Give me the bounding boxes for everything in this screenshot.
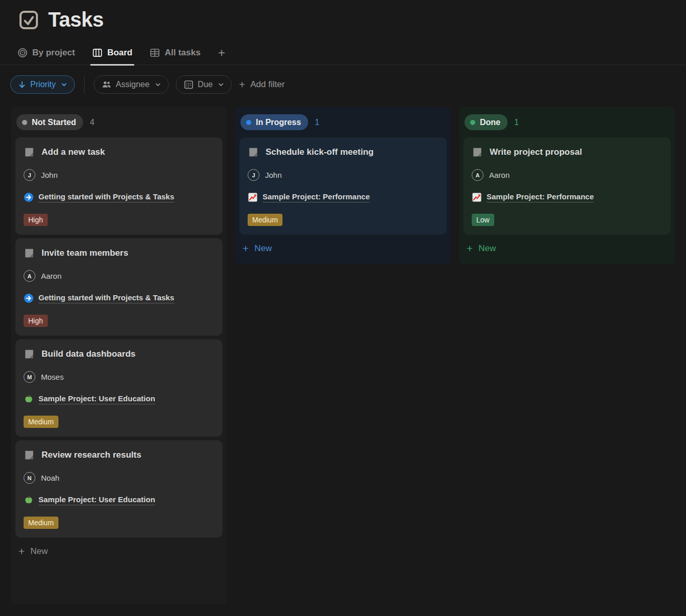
priority-tag: Medium xyxy=(248,214,283,226)
status-pill-done[interactable]: Done xyxy=(465,114,508,130)
project-link[interactable]: Sample Project: User Education xyxy=(38,495,155,505)
page-icon xyxy=(24,348,35,360)
avatar: A xyxy=(24,270,35,282)
tab-label: All tasks xyxy=(165,48,200,58)
priority-tag: Medium xyxy=(24,517,58,529)
priority-tag: High xyxy=(24,214,48,226)
assignee-name: Noah xyxy=(41,474,59,482)
card-title-row: Build data dashboards xyxy=(24,348,214,360)
tab-label: By project xyxy=(32,48,75,58)
filter-label: Assignee xyxy=(116,80,150,89)
project-link[interactable]: Getting started with Projects & Tasks xyxy=(38,192,174,202)
page-icon xyxy=(24,449,35,461)
apple-icon xyxy=(24,495,34,505)
chevron-down-icon xyxy=(155,81,161,88)
assignee-row: JJohn xyxy=(24,169,214,181)
chart-icon xyxy=(248,192,258,202)
project-link[interactable]: Sample Project: User Education xyxy=(38,394,155,404)
status-label: Not Started xyxy=(32,118,76,127)
task-card[interactable]: Invite team membersAAaronGetting started… xyxy=(15,238,223,336)
arrow-circle-icon xyxy=(24,293,34,303)
new-label: New xyxy=(254,243,272,254)
status-dot xyxy=(246,120,251,125)
filter-due-button[interactable]: Due xyxy=(176,75,232,94)
priority-tag: Low xyxy=(472,214,494,226)
task-card[interactable]: Review research resultsNNoahSample Proje… xyxy=(15,440,223,538)
add-filter-button[interactable]: + Add filter xyxy=(239,79,285,90)
card-title: Invite team members xyxy=(42,248,128,258)
status-label: In Progress xyxy=(256,118,301,127)
status-pill-in-progress[interactable]: In Progress xyxy=(240,114,308,130)
assignee-name: John xyxy=(41,171,58,179)
task-card[interactable]: Build data dashboardsMMosesSample Projec… xyxy=(15,339,223,437)
tab-all-tasks[interactable]: All tasks xyxy=(150,48,200,65)
assignee-name: Aaron xyxy=(41,272,62,280)
tab-label: Board xyxy=(107,48,132,58)
new-task-button[interactable]: +New xyxy=(239,238,447,260)
assignee-name: Aaron xyxy=(489,171,510,179)
plus-icon: + xyxy=(18,547,25,556)
status-pill-not-started[interactable]: Not Started xyxy=(16,114,83,130)
project-row: Sample Project: Performance xyxy=(472,192,662,202)
arrow-down-icon xyxy=(18,80,26,89)
card-title-row: Review research results xyxy=(24,449,214,461)
project-row: Getting started with Projects & Tasks xyxy=(24,293,214,303)
card-title-row: Add a new task xyxy=(24,147,214,158)
task-card[interactable]: Schedule kick-off meetingJJohnSample Pro… xyxy=(239,137,447,235)
sort-label: Priority xyxy=(30,80,56,89)
card-title-row: Write project proposal xyxy=(472,147,662,158)
task-card[interactable]: Write project proposalAAaronSample Proje… xyxy=(463,137,671,235)
card-title: Add a new task xyxy=(42,147,105,157)
board-column-in-progress: In Progress1Schedule kick-off meetingJJo… xyxy=(235,107,451,264)
plus-icon: + xyxy=(467,244,473,253)
avatar: N xyxy=(24,472,35,484)
new-task-button[interactable]: +New xyxy=(463,238,671,260)
column-header: Not Started4 xyxy=(15,111,223,137)
column-header: Done1 xyxy=(463,111,671,137)
filter-divider xyxy=(84,76,85,93)
tab-by-project[interactable]: By project xyxy=(17,48,75,65)
chevron-down-icon xyxy=(218,81,224,88)
task-card[interactable]: Add a new taskJJohnGetting started with … xyxy=(15,137,223,235)
new-task-button[interactable]: +New xyxy=(15,541,223,563)
sort-priority-button[interactable]: Priority xyxy=(10,75,75,94)
assignee-name: John xyxy=(265,171,282,179)
project-link[interactable]: Getting started with Projects & Tasks xyxy=(38,293,174,303)
chart-icon xyxy=(472,192,482,202)
tab-board[interactable]: Board xyxy=(92,48,132,65)
page-icon xyxy=(24,248,35,259)
board-icon xyxy=(92,48,103,58)
board-column-not-started: Not Started4Add a new taskJJohnGetting s… xyxy=(11,107,227,604)
calendar-icon xyxy=(184,79,194,90)
project-row: Sample Project: User Education xyxy=(24,394,214,404)
arrow-circle-icon xyxy=(24,192,34,202)
filter-assignee-button[interactable]: Assignee xyxy=(94,75,169,94)
page-title: Tasks xyxy=(48,8,104,31)
project-row: Getting started with Projects & Tasks xyxy=(24,192,214,202)
page-icon xyxy=(248,147,259,158)
apple-icon xyxy=(24,394,34,404)
card-title-row: Schedule kick-off meeting xyxy=(248,147,438,158)
filter-label: Due xyxy=(198,80,213,89)
column-header: In Progress1 xyxy=(239,111,447,137)
assignee-row: JJohn xyxy=(248,169,438,181)
board-column-done: Done1Write project proposalAAaronSample … xyxy=(459,107,675,264)
status-label: Done xyxy=(480,118,500,127)
card-title: Review research results xyxy=(42,450,142,460)
plus-icon: + xyxy=(218,46,225,59)
status-dot xyxy=(470,120,475,125)
priority-tag: High xyxy=(24,315,48,327)
page-icon xyxy=(24,147,35,158)
avatar: J xyxy=(24,169,35,181)
assignee-name: Moses xyxy=(41,373,64,381)
project-link[interactable]: Sample Project: Performance xyxy=(263,192,370,202)
table-icon xyxy=(150,48,160,58)
project-link[interactable]: Sample Project: Performance xyxy=(487,192,594,202)
column-count: 1 xyxy=(514,118,519,127)
page-header: Tasks xyxy=(0,0,686,31)
page-icon xyxy=(472,147,483,158)
new-label: New xyxy=(478,243,496,254)
add-view-button[interactable]: + xyxy=(218,48,225,65)
assignee-row: AAaron xyxy=(472,169,662,181)
status-dot xyxy=(22,120,27,125)
